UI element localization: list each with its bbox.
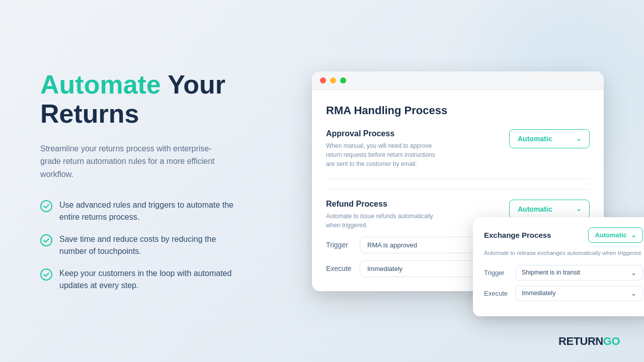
refund-dropdown[interactable]: Automatic ⌄: [509, 200, 590, 219]
refund-description: Automate to issue refunds automatically …: [326, 212, 442, 230]
browser-dot-yellow: [330, 77, 336, 83]
headline-automate: Automate: [40, 70, 161, 99]
feature-text-2: Save time and reduce costs by reducing t…: [59, 233, 242, 257]
exchange-dropdown[interactable]: Automatic ⌄: [588, 227, 643, 243]
browser-dot-green: [340, 77, 346, 83]
exchange-header: Exchange Process Automatic ⌄: [484, 227, 643, 243]
exchange-execute-dropdown[interactable]: Immediately ⌄: [515, 286, 643, 301]
exchange-trigger-dropdown[interactable]: Shipment is in transit ⌄: [515, 265, 643, 281]
refund-trigger-label: Trigger: [326, 241, 354, 249]
browser-dot-red: [320, 77, 326, 83]
right-panel: RMA Handling Process Approval Process Wh…: [282, 61, 644, 301]
rma-title: RMA Handling Process: [326, 104, 590, 117]
feature-item-3: Keep your customers in the loop with aut…: [40, 267, 242, 292]
feature-item-1: Use advanced rules and triggers to autom…: [40, 199, 242, 223]
section-divider-1: [326, 178, 590, 179]
approval-info: Approval Process When manual, you will n…: [326, 129, 442, 168]
svg-point-0: [41, 201, 52, 212]
feature-item-2: Save time and reduce costs by reducing t…: [40, 233, 242, 257]
refund-chevron-icon: ⌄: [576, 206, 581, 213]
exchange-title: Exchange Process: [484, 231, 551, 239]
svg-point-1: [41, 235, 52, 246]
refund-dropdown-value: Automatic: [518, 205, 552, 213]
exchange-trigger-chevron-icon: ⌄: [631, 269, 636, 277]
main-headline: Automate YourReturns: [40, 70, 242, 128]
logo-return: RETURN: [558, 335, 603, 347]
exchange-dropdown-value: Automatic: [595, 231, 627, 239]
exchange-trigger-row: Trigger Shipment is in transit ⌄: [484, 265, 643, 281]
browser-bar: [312, 71, 604, 90]
approval-label: Approval Process: [326, 129, 442, 138]
svg-point-2: [41, 269, 52, 280]
exchange-trigger-label: Trigger: [484, 269, 510, 277]
exchange-chevron-icon: ⌄: [631, 231, 636, 239]
feature-text-1: Use advanced rules and triggers to autom…: [59, 199, 242, 223]
exchange-execute-label: Execute: [484, 290, 510, 297]
exchange-trigger-value: Shipment is in transit: [522, 269, 580, 276]
approval-dropdown-value: Automatic: [518, 135, 552, 143]
check-icon-1: [40, 200, 52, 212]
exchange-execute-row: Execute Immediately ⌄: [484, 286, 643, 301]
feature-text-3: Keep your customers in the loop with aut…: [59, 267, 242, 292]
exchange-card: Exchange Process Automatic ⌄ Automate to…: [473, 217, 644, 316]
exchange-description: Automate to release exchanges automatica…: [484, 249, 643, 257]
approval-chevron-icon: ⌄: [576, 135, 581, 142]
left-panel: Automate YourReturns Streamline your ret…: [0, 40, 282, 321]
refund-execute-value: Immediately: [367, 265, 403, 273]
logo-go: GO: [603, 335, 620, 347]
logo-area: RETURNGO: [558, 335, 620, 348]
refund-info: Refund Process Automate to issue refunds…: [326, 200, 442, 230]
refund-trigger-value: RMA is approved: [367, 241, 417, 249]
subtitle-text: Streamline your returns process with ent…: [40, 142, 231, 181]
check-icon-3: [40, 268, 52, 281]
approval-dropdown[interactable]: Automatic ⌄: [509, 129, 590, 148]
check-icon-2: [40, 234, 52, 246]
refund-label: Refund Process: [326, 200, 442, 209]
refund-execute-label: Execute: [326, 264, 354, 273]
logo-text: RETURNGO: [558, 335, 620, 347]
approval-header: Approval Process When manual, you will n…: [326, 129, 590, 168]
feature-list: Use advanced rules and triggers to autom…: [40, 199, 242, 292]
exchange-execute-chevron-icon: ⌄: [631, 290, 636, 297]
approval-section: Approval Process When manual, you will n…: [326, 129, 590, 168]
approval-description: When manual, you will need to approve re…: [326, 141, 442, 168]
exchange-execute-value: Immediately: [522, 290, 555, 297]
